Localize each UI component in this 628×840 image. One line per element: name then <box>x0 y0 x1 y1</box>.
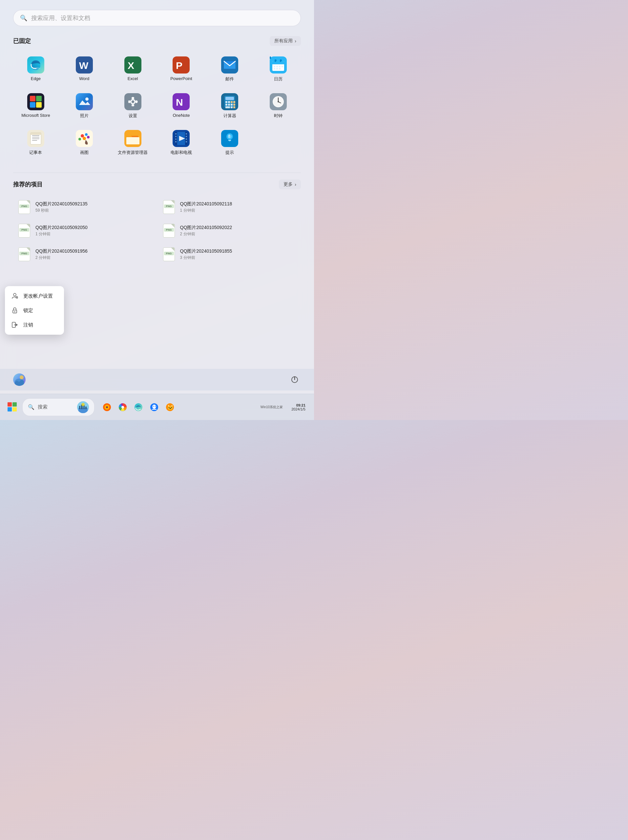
taskbar-datetime[interactable]: 09:21 2024/1/5 <box>288 401 309 413</box>
app-notepad[interactable]: 记事本 <box>13 126 58 159</box>
rec-text-2: QQ图片20240105092050 1 分钟前 <box>35 225 152 237</box>
notepad-label: 记事本 <box>29 150 42 156</box>
rec-item-0[interactable]: PNG QQ图片20240105092135 59 秒前 <box>13 196 156 218</box>
powerpoint-label: PowerPoint <box>170 76 192 81</box>
app-store[interactable]: Microsoft Store <box>13 89 58 123</box>
app-powerpoint[interactable]: P PowerPoint <box>158 52 204 86</box>
calculator-label: 计算器 <box>223 113 236 119</box>
app-calendar[interactable]: 日历 <box>256 52 301 86</box>
app-clock[interactable]: 时钟 <box>256 89 301 123</box>
app-onenote[interactable]: N OneNote <box>158 89 204 123</box>
recommended-title: 推荐的项目 <box>13 180 43 188</box>
svg-rect-22 <box>280 59 281 62</box>
svg-text:!: ! <box>228 134 230 139</box>
taskbar-search-bar[interactable]: 🔍 搜索 <box>22 398 95 416</box>
taskbar-colorwheel-icon[interactable] <box>115 400 130 414</box>
svg-rect-92 <box>175 141 177 142</box>
taskbar-edge-icon[interactable] <box>131 400 146 414</box>
signout-item[interactable]: 注销 <box>5 317 64 332</box>
app-movies[interactable]: 电影和电视 <box>158 126 204 159</box>
svg-rect-91 <box>175 139 177 140</box>
all-apps-button[interactable]: 所有应用 › <box>270 36 301 46</box>
power-button[interactable] <box>289 373 301 386</box>
word-label: Word <box>79 76 89 81</box>
svg-point-113 <box>20 375 24 379</box>
rec-file-icon-2: PNG <box>18 223 31 238</box>
rec-text-4: QQ图片20240105091956 2 分钟前 <box>35 248 152 261</box>
all-apps-label: 所有应用 <box>274 38 293 44</box>
svg-text:P: P <box>176 60 182 71</box>
rec-item-2[interactable]: PNG QQ图片20240105092050 1 分钟前 <box>13 219 156 242</box>
account-settings-item[interactable]: 更改帐户设置 <box>5 289 64 303</box>
system-time: 09:21 <box>291 403 306 407</box>
rec-item-1[interactable]: PNG QQ图片20240105092118 1 分钟前 <box>158 196 301 218</box>
excel-icon: X <box>125 57 141 74</box>
taskbar-cat-icon[interactable]: 🐱 <box>163 400 177 414</box>
svg-point-78 <box>79 138 81 141</box>
paint-label: 画图 <box>80 150 88 156</box>
svg-rect-23 <box>274 66 275 67</box>
svg-rect-93 <box>186 133 187 134</box>
app-tips[interactable]: ! 提示 <box>207 126 252 159</box>
app-calculator[interactable]: 计算器 <box>207 89 252 123</box>
svg-point-80 <box>87 136 90 139</box>
svg-rect-122 <box>79 406 80 409</box>
lock-item[interactable]: 锁定 <box>5 303 64 317</box>
notepad-icon <box>27 130 44 147</box>
svg-point-76 <box>81 134 84 137</box>
calendar-label: 日历 <box>274 76 282 82</box>
settings-label: 设置 <box>129 113 137 119</box>
app-excel[interactable]: X Excel <box>110 52 156 86</box>
svg-rect-61 <box>233 106 235 108</box>
svg-point-137 <box>155 406 156 407</box>
app-explorer[interactable]: 文件资源管理器 <box>110 126 156 159</box>
rec-file-icon-1: PNG <box>163 200 175 214</box>
svg-rect-26 <box>281 66 283 67</box>
svg-rect-117 <box>13 402 17 407</box>
svg-rect-56 <box>228 104 230 106</box>
svg-rect-24 <box>276 66 278 67</box>
rec-item-5[interactable]: PNG QQ图片20240105091855 3 分钟前 <box>158 243 301 265</box>
rec-name-4: QQ图片20240105091956 <box>35 248 152 254</box>
lock-label: 锁定 <box>23 308 33 314</box>
svg-rect-52 <box>228 101 230 103</box>
more-button[interactable]: 更多 › <box>279 180 301 189</box>
chevron-more-icon: › <box>295 182 296 187</box>
app-paint[interactable]: 画图 <box>62 126 107 159</box>
search-placeholder: 搜索应用、设置和文档 <box>31 14 90 22</box>
person-settings-icon <box>11 293 19 299</box>
svg-rect-20 <box>270 57 271 59</box>
mail-icon <box>221 57 238 74</box>
rec-text-5: QQ图片20240105091855 3 分钟前 <box>180 248 297 261</box>
taskbar-start-button[interactable] <box>5 400 20 414</box>
powerpoint-icon: P <box>173 57 189 74</box>
recommended-section-header: 推荐的项目 更多 › <box>13 180 301 189</box>
rec-time-1: 1 分钟前 <box>180 208 297 213</box>
taskbar-qq-icon[interactable] <box>147 400 161 414</box>
rec-file-icon-5: PNG <box>163 247 175 262</box>
svg-rect-21 <box>275 59 276 62</box>
svg-rect-119 <box>13 407 17 412</box>
app-mail[interactable]: 邮件 <box>207 52 252 86</box>
rec-time-3: 2 分钟前 <box>180 231 297 237</box>
rec-item-3[interactable]: PNG QQ图片20240105092022 2 分钟前 <box>158 219 301 242</box>
taskbar-firefox-icon[interactable] <box>100 400 114 414</box>
store-icon <box>27 93 44 110</box>
settings-icon <box>125 93 141 110</box>
svg-rect-94 <box>186 136 187 137</box>
user-area[interactable] <box>13 373 30 386</box>
svg-rect-125 <box>85 407 87 409</box>
app-settings[interactable]: 设置 <box>110 89 156 123</box>
taskbar-watermark: Win10系统之家 <box>257 403 286 412</box>
onenote-icon: N <box>173 93 189 110</box>
svg-rect-89 <box>175 133 177 134</box>
edge-label: Edge <box>31 76 41 81</box>
svg-point-103 <box>13 293 16 296</box>
app-edge[interactable]: Edge <box>13 52 58 86</box>
app-word[interactable]: W Word <box>62 52 107 86</box>
svg-text:🐱: 🐱 <box>167 404 174 411</box>
start-bottom-bar <box>0 369 314 390</box>
rec-item-4[interactable]: PNG QQ图片20240105091956 2 分钟前 <box>13 243 156 265</box>
app-photos[interactable]: 照片 <box>62 89 107 123</box>
start-search-bar[interactable]: 🔍 搜索应用、设置和文档 <box>13 10 301 26</box>
